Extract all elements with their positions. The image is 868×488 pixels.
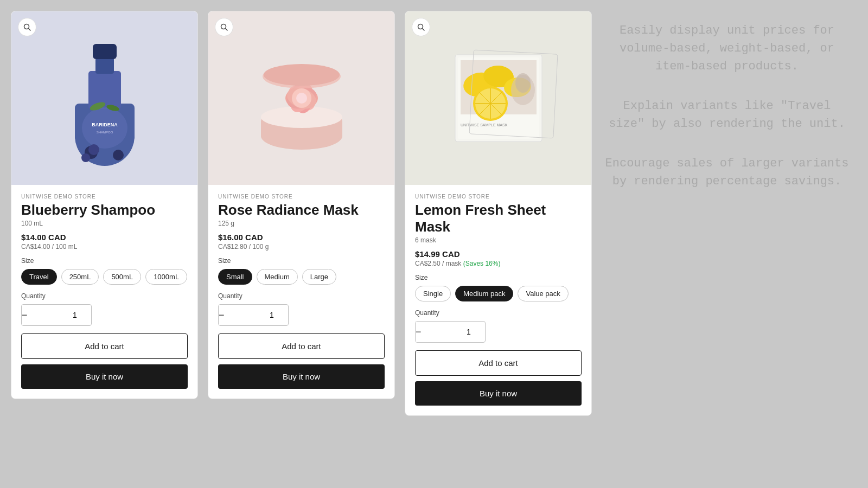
product-image-rose-mask <box>208 11 394 185</box>
price-main: $14.99 CAD <box>415 249 582 259</box>
product-subtitle: 6 mask <box>415 236 582 244</box>
size-btn-medium[interactable]: Medium <box>257 269 298 285</box>
store-label: UNITWISE DEMO STORE <box>415 194 582 200</box>
quantity-decrease[interactable]: − <box>22 305 28 325</box>
product-info-blueberry-shampoo: UNITWISE DEMO STORE Blueberry Shampoo 10… <box>11 185 197 399</box>
unit-price: CA$2.50 / mask <box>415 260 461 267</box>
product-card-blueberry-shampoo: BARIDENA SHAMPOO UNITWISE DEMO STORE Blu… <box>11 11 198 399</box>
sidebar-text-3: Encourage sales of larger variants by re… <box>602 155 852 190</box>
svg-point-7 <box>82 107 127 149</box>
product-title: Rose Radiance Mask <box>218 202 385 219</box>
size-btn-value-pack[interactable]: Value pack <box>518 286 568 301</box>
svg-rect-6 <box>93 44 117 59</box>
price-main: $14.00 CAD <box>21 233 188 242</box>
store-label: UNITWISE DEMO STORE <box>218 194 385 200</box>
product-subtitle: 100 mL <box>21 220 188 227</box>
svg-point-28 <box>296 93 307 104</box>
svg-line-32 <box>423 29 425 31</box>
price-unit: CA$14.00 / 100 mL <box>21 243 188 251</box>
size-btn-large[interactable]: Large <box>302 269 336 285</box>
buy-it-now-button[interactable]: Buy it now <box>218 364 385 389</box>
svg-line-17 <box>226 29 228 31</box>
svg-point-11 <box>88 144 99 155</box>
price-unit: CA$12.80 / 100 g <box>218 243 385 251</box>
size-label: Size <box>218 257 385 265</box>
size-btn-500ml[interactable]: 500mL <box>103 269 141 285</box>
quantity-control: − + <box>218 304 289 326</box>
zoom-button-blueberry-shampoo[interactable] <box>18 18 36 36</box>
buy-it-now-button[interactable]: Buy it now <box>21 364 188 389</box>
quantity-label: Quantity <box>218 292 385 300</box>
unit-price: CA$14.00 / 100 mL <box>21 243 77 251</box>
product-info-rose-mask: UNITWISE DEMO STORE Rose Radiance Mask 1… <box>208 185 394 399</box>
size-btn-single[interactable]: Single <box>415 286 451 301</box>
unit-price: CA$12.80 / 100 g <box>218 243 269 251</box>
size-label: Size <box>21 257 188 265</box>
product-subtitle: 125 g <box>218 220 385 227</box>
add-to-cart-button[interactable]: Add to cart <box>218 333 385 359</box>
quantity-control: − + <box>21 304 92 326</box>
size-btn-small[interactable]: Small <box>218 269 252 285</box>
svg-text:UNITWISE SAMPLE MASK: UNITWISE SAMPLE MASK <box>461 123 508 127</box>
zoom-button-lemon-mask[interactable] <box>412 18 430 36</box>
price-unit: CA$2.50 / mask (Saves 16%) <box>415 260 582 267</box>
quantity-decrease[interactable]: − <box>219 305 225 325</box>
svg-text:SHAMPOO: SHAMPOO <box>96 131 113 134</box>
size-btn-travel[interactable]: Travel <box>21 269 57 285</box>
sidebar-text-1: Easily display unit prices for volume-ba… <box>602 22 852 75</box>
price-main: $16.00 CAD <box>218 233 385 242</box>
size-options: SingleMedium packValue pack <box>415 286 582 301</box>
quantity-input[interactable] <box>422 328 486 336</box>
quantity-label: Quantity <box>415 309 582 317</box>
buy-it-now-button[interactable]: Buy it now <box>415 381 582 406</box>
size-label: Size <box>415 274 582 281</box>
svg-point-12 <box>113 150 124 160</box>
size-btn-250ml[interactable]: 250mL <box>61 269 99 285</box>
quantity-label: Quantity <box>21 292 188 300</box>
sidebar-text-2: Explain variants like "Travel size" by a… <box>602 97 852 133</box>
svg-point-46 <box>515 73 531 93</box>
quantity-decrease[interactable]: − <box>416 322 422 342</box>
size-btn-medium-pack[interactable]: Medium pack <box>455 286 513 301</box>
svg-point-13 <box>81 153 90 162</box>
sidebar: Easily display unit prices for volume-ba… <box>586 0 868 212</box>
size-btn-1000ml[interactable]: 1000mL <box>145 269 187 285</box>
quantity-control: − + <box>415 321 486 343</box>
add-to-cart-button[interactable]: Add to cart <box>21 333 188 359</box>
product-title: Lemon Fresh Sheet Mask <box>415 202 582 235</box>
svg-text:BARIDENA: BARIDENA <box>92 122 118 127</box>
size-options: SmallMediumLarge <box>218 269 385 285</box>
svg-line-1 <box>29 29 31 31</box>
product-image-blueberry-shampoo: BARIDENA SHAMPOO <box>11 11 197 185</box>
savings-badge: (Saves 16%) <box>463 260 501 267</box>
size-options: Travel250mL500mL1000mL <box>21 269 188 285</box>
zoom-button-rose-mask[interactable] <box>215 18 233 36</box>
store-label: UNITWISE DEMO STORE <box>21 194 188 200</box>
products-area: BARIDENA SHAMPOO UNITWISE DEMO STORE Blu… <box>0 0 586 488</box>
product-card-rose-mask: UNITWISE DEMO STORE Rose Radiance Mask 1… <box>208 11 395 399</box>
product-image-lemon-mask: UNITWISE SAMPLE MASK <box>405 11 591 185</box>
product-title: Blueberry Shampoo <box>21 202 188 219</box>
add-to-cart-button[interactable]: Add to cart <box>415 350 582 376</box>
svg-point-30 <box>264 64 340 86</box>
quantity-input[interactable] <box>225 311 289 319</box>
product-info-lemon-mask: UNITWISE DEMO STORE Lemon Fresh Sheet Ma… <box>405 185 591 415</box>
quantity-input[interactable] <box>28 311 92 319</box>
product-card-lemon-mask: UNITWISE SAMPLE MASK UNITWISE DEMO STORE… <box>405 11 592 416</box>
svg-rect-5 <box>95 57 114 74</box>
